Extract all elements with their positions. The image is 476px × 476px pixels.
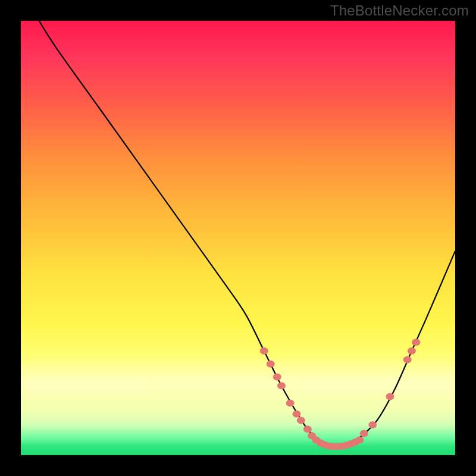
curve-marker: [273, 374, 281, 381]
curve-marker: [368, 421, 377, 428]
curve-marker: [260, 347, 268, 355]
curve-marker: [408, 347, 416, 355]
curve-marker: [267, 361, 275, 368]
chart-frame: TheBottleNecker.com: [0, 0, 476, 476]
curve-markers: [260, 339, 421, 450]
watermark-text: TheBottleNecker.com: [330, 2, 469, 19]
curve-marker: [403, 356, 412, 363]
curve-marker: [286, 399, 295, 406]
curve-marker: [293, 411, 301, 418]
curve-marker: [412, 339, 420, 346]
chart-svg: [21, 21, 455, 455]
curve-marker: [360, 430, 368, 437]
curve-marker: [386, 393, 394, 400]
curve-marker: [303, 425, 312, 433]
curve-marker: [277, 382, 286, 389]
plot-area: [21, 21, 455, 455]
curve-marker: [297, 417, 305, 424]
bottleneck-curve: [34, 21, 455, 447]
curve-marker: [355, 436, 364, 443]
